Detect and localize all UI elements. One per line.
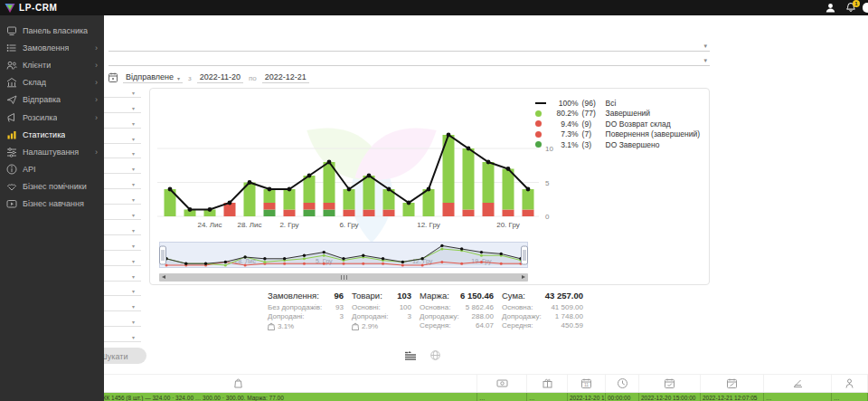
delivery-icon: [542, 377, 553, 389]
sidebar-item-api[interactable]: API: [0, 161, 104, 178]
date-to-input[interactable]: 2022-12-21: [262, 72, 309, 83]
order-row-cell: …: [832, 393, 868, 401]
payment-icon: [496, 377, 508, 389]
legend-text: (77): [582, 109, 606, 118]
brand-logo[interactable]: LP-CRM: [0, 3, 57, 14]
sidebar-item-label: Замовлення: [23, 43, 69, 53]
legend-text: Всі: [606, 99, 700, 108]
table-view-icon[interactable]: [405, 351, 416, 360]
sidebar-item-label: Бізнес помічники: [23, 182, 87, 191]
chevron-down-icon: ▾: [132, 212, 135, 218]
legend-item[interactable]: 80.2%(77)Завершений: [535, 109, 700, 119]
date-from-input[interactable]: 2022-11-20: [197, 72, 243, 83]
globe-view-icon[interactable]: [430, 350, 440, 360]
svg-text:5: 5: [545, 179, 550, 187]
chevron-right-icon: ›: [95, 43, 98, 53]
sidebar-item-shipping[interactable]: Відправка›: [0, 91, 104, 109]
stat-margin: Маржа:6 150.46 Основна:5 862.46 Допродаж…: [420, 291, 494, 330]
legend-item[interactable]: 100%(96)Всі: [535, 98, 700, 109]
order-row-cell: …: [477, 393, 527, 401]
scroll-left-icon[interactable]: [162, 275, 165, 279]
sidebar-item-mailing[interactable]: Розсилка›: [0, 109, 104, 126]
chat-icon-partial[interactable]: [863, 3, 868, 13]
legend-text: (7): [582, 129, 606, 138]
order-row-cell: 2022-12-20 15:00:00: [639, 393, 701, 401]
table-header-col-time[interactable]: [606, 375, 639, 392]
sidebar-item-label: Панель власника: [23, 26, 88, 35]
scrollbar-grip[interactable]: [344, 275, 344, 280]
sidebar-item-clients[interactable]: Клієнти›: [0, 56, 104, 73]
chevron-right-icon: ›: [95, 61, 98, 70]
ship-date-icon: [664, 377, 675, 389]
stat-total: Сума:43 257.00 Основна:41 509.00 Допрода…: [502, 291, 583, 330]
sidebar-item-statistics[interactable]: Статистика: [0, 126, 104, 143]
legend-text: 100%: [550, 99, 582, 108]
order-row-cell: 2022-12-20 14:19:06: [568, 393, 606, 401]
chevron-down-icon: ▾: [703, 43, 707, 50]
sidebar-item-label: Клієнти: [23, 61, 51, 70]
sidebar-item-label: Відправка: [23, 95, 61, 104]
sidebar-item-orders[interactable]: Замовлення›: [0, 39, 104, 56]
table-header-col-ship-date[interactable]: [639, 375, 701, 392]
order-row-cell: 00:00:00: [606, 393, 639, 401]
legend-text: (3): [582, 140, 606, 149]
orders-icon: [6, 43, 17, 53]
stat-value: 96: [334, 291, 344, 301]
legend-item[interactable]: 9.4%(9)DO Возврат склад: [535, 119, 700, 129]
legend-text: DO Возврат склад: [606, 119, 700, 129]
table-header-col-sort[interactable]: [764, 375, 832, 392]
chevron-right-icon: ›: [95, 95, 98, 104]
chevron-down-icon: ▾: [132, 105, 135, 111]
stat-orders: Замовлення:96 Без допродажів:93 Допродан…: [268, 291, 344, 330]
statistics-icon: [6, 129, 17, 140]
chevron-down-icon: ▾: [132, 334, 135, 340]
order-row-cell: …: [527, 393, 568, 401]
legend-text: Завершений: [606, 109, 700, 118]
sidebar: Панель власникаЗамовлення›Клієнти›Склад›…: [0, 15, 104, 401]
calendar-icon: [108, 72, 118, 82]
summary-stats: Замовлення:96 Без допродажів:93 Допродан…: [268, 291, 583, 330]
chevron-down-icon: ▾: [132, 120, 135, 127]
legend-text: 7.3%: [550, 129, 582, 138]
chevron-down-icon: ▾: [132, 166, 135, 172]
legend-item[interactable]: 3.1%(3)DO Завершено: [535, 139, 700, 150]
chevron-down-icon: ▾: [132, 243, 135, 249]
sidebar-item-warehouse[interactable]: Склад›: [0, 74, 104, 91]
dashboard-icon: [6, 25, 17, 36]
scroll-right-icon[interactable]: [522, 275, 525, 279]
chart-scrollbar[interactable]: [159, 273, 528, 282]
sidebar-item-training[interactable]: Бізнес навчання: [0, 196, 104, 213]
table-header-col-status-date[interactable]: [701, 375, 764, 392]
sidebar-item-label: Бізнес навчання: [23, 199, 84, 208]
from-label: з: [188, 74, 192, 83]
brand-name: LP-CRM: [19, 3, 57, 13]
svg-text:11: 11: [584, 382, 589, 387]
lp-crm-logo-icon: [5, 3, 15, 14]
main-chart-plot[interactable]: 051024. Лис28. Лис2. Гру6. Гру12. Гру20.…: [156, 96, 564, 234]
svg-text:2. Гру: 2. Гру: [279, 221, 298, 229]
upsell-percent: 3.1%: [278, 322, 294, 330]
legend-item[interactable]: 7.3%(7)Повернення (завершений): [535, 129, 700, 140]
table-header-col-delivery[interactable]: [527, 375, 568, 392]
upsell-percent: 2.9%: [362, 322, 378, 330]
products-filter-select[interactable]: ▾: [108, 36, 710, 52]
chevron-down-icon: ▾: [132, 303, 135, 310]
user-avatar-icon[interactable]: [826, 3, 835, 13]
statuses-filter-select[interactable]: ▾: [108, 51, 710, 66]
legend-text: 3.1%: [550, 140, 582, 149]
chevron-down-icon: ▾: [132, 273, 135, 280]
chart-navigator[interactable]: 28. Лис5. Гру12. Гру19. Гру: [159, 242, 528, 272]
notifications-bell[interactable]: 1: [846, 3, 855, 13]
sidebar-item-settings[interactable]: Налаштування›: [0, 143, 104, 160]
table-header-col-created-date[interactable]: 11: [568, 375, 606, 392]
sidebar-item-helpers[interactable]: Бізнес помічники: [0, 178, 104, 196]
orders-table-row[interactable]: Руслан … — 1 шт.: Magic Tracks … з КК 14…: [0, 393, 868, 401]
legend-text: (9): [582, 119, 606, 129]
date-filter-row: Відправлене ▾ з 2022-11-20 по 2022-12-21: [108, 69, 309, 83]
legend-text: 80.2%: [550, 109, 582, 118]
table-header-col-manager[interactable]: [832, 375, 868, 392]
table-header-col-payment[interactable]: [477, 375, 527, 392]
training-icon: [6, 198, 17, 209]
sidebar-item-dashboard[interactable]: Панель власника: [0, 22, 104, 39]
status-date-icon: [726, 377, 738, 389]
